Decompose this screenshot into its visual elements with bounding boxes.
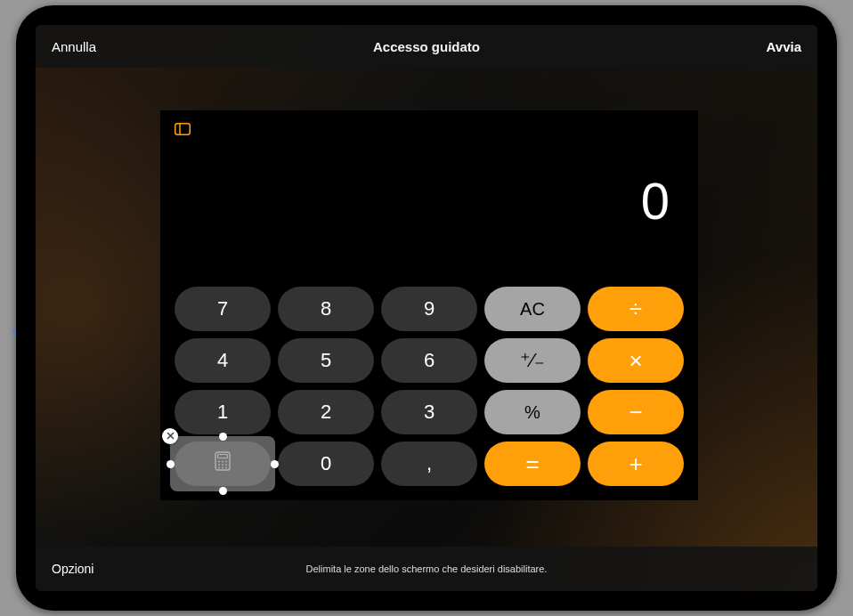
ipad-screen: Annulla Accesso guidato Avvia 0 7 8 9 [36, 25, 817, 591]
key-multiply[interactable]: × [588, 338, 684, 383]
guided-access-navbar: Annulla Accesso guidato Avvia [36, 25, 817, 68]
side-indicator [12, 330, 16, 334]
key-all-clear[interactable]: AC [484, 287, 581, 331]
resize-handle-bottom[interactable] [219, 487, 227, 495]
key-9[interactable]: 9 [381, 287, 477, 331]
key-1[interactable]: 1 [175, 390, 271, 434]
key-2[interactable]: 2 [278, 390, 374, 434]
ipad-frame: Annulla Accesso guidato Avvia 0 7 8 9 [16, 5, 837, 611]
resize-handle-left[interactable] [167, 460, 175, 468]
calculator-display: 0 [178, 171, 670, 231]
resize-handle-right[interactable] [271, 460, 279, 468]
key-7[interactable]: 7 [175, 287, 271, 331]
key-decimal[interactable]: , [381, 442, 477, 486]
key-6[interactable]: 6 [381, 338, 477, 383]
key-0[interactable]: 0 [278, 442, 374, 486]
key-4[interactable]: 4 [175, 338, 271, 383]
key-8[interactable]: 8 [278, 287, 374, 331]
close-icon [167, 431, 175, 442]
app-preview[interactable]: 0 7 8 9 AC ÷ 4 5 6 ⁺∕₋ × 1 2 [160, 110, 698, 500]
svg-rect-0 [175, 124, 191, 135]
key-equals[interactable]: = [484, 442, 581, 486]
key-5[interactable]: 5 [278, 338, 374, 383]
key-plus-minus[interactable]: ⁺∕₋ [484, 338, 581, 383]
start-button[interactable]: Avvia [767, 39, 801, 54]
cancel-button[interactable]: Annulla [52, 39, 96, 54]
key-plus[interactable]: + [588, 442, 684, 486]
options-button[interactable]: Opzioni [52, 562, 93, 576]
key-3[interactable]: 3 [381, 390, 477, 434]
key-minus[interactable]: − [588, 390, 684, 434]
bottom-hint-text: Delimita le zone dello schermo che desid… [36, 563, 817, 574]
key-percent[interactable]: % [484, 390, 581, 434]
resize-handle-top[interactable] [219, 433, 227, 441]
guided-access-bottombar: Opzioni Delimita le zone dello schermo c… [36, 547, 817, 591]
key-divide[interactable]: ÷ [588, 287, 684, 331]
disabled-zone-remove[interactable] [162, 428, 178, 444]
disabled-zone[interactable] [170, 436, 275, 491]
sidebar-toggle-icon[interactable] [175, 123, 191, 135]
navbar-title: Accesso guidato [36, 39, 817, 54]
